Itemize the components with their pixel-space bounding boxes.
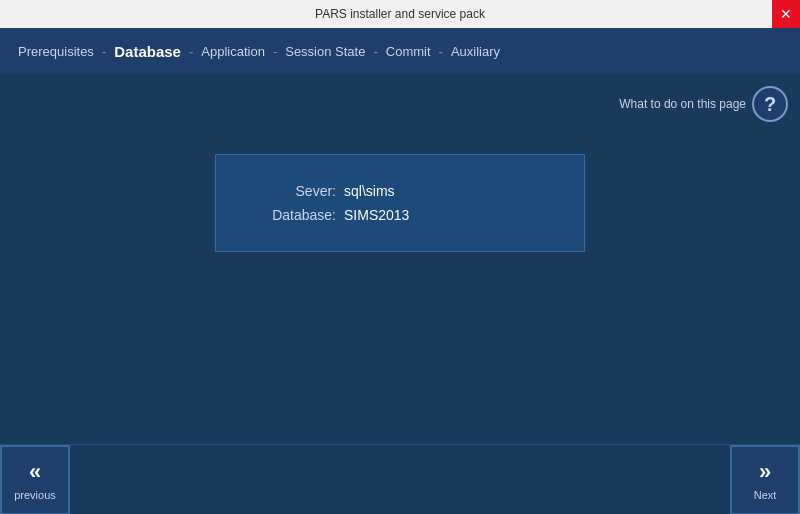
sidebar-item-database[interactable]: Database <box>108 43 187 60</box>
question-icon: ? <box>764 93 776 116</box>
previous-label: previous <box>14 489 56 501</box>
nav-sep-2: - <box>187 44 195 59</box>
help-label: What to do on this page <box>619 97 746 111</box>
sidebar-item-application[interactable]: Application <box>195 44 271 59</box>
previous-button[interactable]: « previous <box>0 445 70 515</box>
main-content: What to do on this page ? Sever: sql\sim… <box>0 74 800 444</box>
close-icon: ✕ <box>780 6 792 22</box>
database-value: SIMS2013 <box>344 207 409 223</box>
database-row: Database: SIMS2013 <box>246 207 554 223</box>
sidebar-item-commit[interactable]: Commit <box>380 44 437 59</box>
nav-sep-5: - <box>437 44 445 59</box>
help-button[interactable]: ? <box>752 86 788 122</box>
next-icon: » <box>759 459 771 485</box>
sidebar-item-auxiliary[interactable]: Auxiliary <box>445 44 506 59</box>
next-button[interactable]: » Next <box>730 445 800 515</box>
database-label: Database: <box>246 207 336 223</box>
server-value: sql\sims <box>344 183 395 199</box>
server-row: Sever: sql\sims <box>246 183 554 199</box>
server-label: Sever: <box>246 183 336 199</box>
sidebar-item-prerequisites[interactable]: Prerequisites <box>12 44 100 59</box>
bottom-bar: « previous » Next <box>0 444 800 514</box>
nav-bar: Prerequisites - Database - Application -… <box>0 28 800 74</box>
nav-sep-3: - <box>271 44 279 59</box>
nav-sep-1: - <box>100 44 108 59</box>
next-label: Next <box>754 489 777 501</box>
help-area: What to do on this page ? <box>619 86 788 122</box>
close-button[interactable]: ✕ <box>772 0 800 28</box>
sidebar-item-session-state[interactable]: Session State <box>279 44 371 59</box>
previous-icon: « <box>29 459 41 485</box>
title-bar: PARS installer and service pack ✕ <box>0 0 800 28</box>
window-title: PARS installer and service pack <box>315 7 485 21</box>
nav-sep-4: - <box>371 44 379 59</box>
info-box: Sever: sql\sims Database: SIMS2013 <box>215 154 585 252</box>
